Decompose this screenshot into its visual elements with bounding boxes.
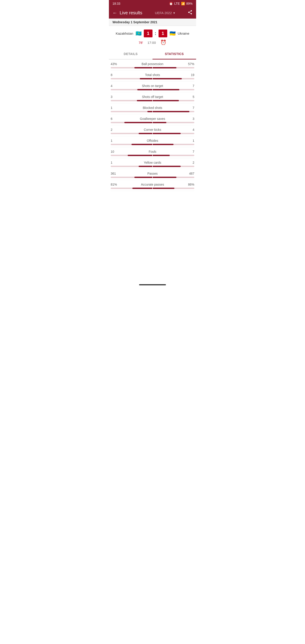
live-match-time: 78' [139, 41, 143, 44]
home-indicator-bar [139, 284, 166, 285]
stat-label: Accurate passes [122, 183, 183, 186]
away-team-name: Ukraine [178, 32, 190, 35]
stat-row: 4 Shots on target 7 [111, 82, 194, 92]
alarm-status-icon: ⏰ [169, 2, 173, 5]
bar-right-container [153, 100, 194, 101]
bar-right-fill [153, 67, 176, 68]
bar-left-fill [140, 78, 152, 80]
stat-right-value: 7 [183, 150, 194, 154]
tab-statistics[interactable]: STATISTICS [152, 49, 196, 60]
stat-right-value: 86% [183, 183, 194, 186]
bar-right-container [153, 78, 194, 80]
stat-right-value: 19 [183, 73, 194, 77]
bar-left-fill [132, 188, 152, 189]
alarm-icon[interactable]: ⏰ [160, 40, 166, 46]
bar-right-container [153, 177, 194, 178]
stat-bars [111, 67, 194, 68]
bar-left-container [111, 78, 152, 80]
bar-left-container [111, 100, 152, 101]
stat-right-value: 4 [183, 128, 194, 132]
bar-right-fill [153, 122, 166, 123]
stat-label: Offsides [122, 139, 183, 142]
status-bar: 18:33 ⏰ LTE 📶 89% [109, 0, 196, 7]
bar-right-fill [153, 78, 182, 80]
share-button[interactable] [188, 10, 192, 16]
signal-icon: 📶 [181, 2, 185, 5]
back-button[interactable]: ← [112, 10, 118, 16]
bar-left-fill [128, 155, 152, 156]
bar-left-fill [124, 122, 152, 123]
stat-label: Fouls [122, 150, 183, 154]
stat-row: 8 Total shots 19 [111, 70, 194, 82]
stat-row: 361 Passes 487 [111, 169, 194, 180]
date-bar: Wednesday 1 September 2021 [109, 18, 196, 26]
stat-bars [111, 177, 194, 178]
bar-right-container [153, 155, 194, 156]
bar-right-fill [153, 111, 190, 112]
battery-indicator: 89% [186, 2, 192, 5]
stat-right-value: 7 [183, 84, 194, 88]
match-teams: Kazakhstan 🇰🇿 1 : 1 🇺🇦 Ukraine [112, 30, 192, 37]
stat-bars [111, 144, 194, 145]
stat-row: 1 Offsides 1 [111, 136, 194, 147]
bar-left-container [111, 144, 152, 145]
stat-label: Shots on target [122, 84, 183, 88]
stat-bars [111, 166, 194, 167]
bar-right-container [153, 133, 194, 134]
stat-left-value: 43% [111, 62, 122, 66]
bar-left-container [111, 122, 152, 123]
bar-right-fill [153, 155, 170, 156]
bar-right-fill [153, 100, 179, 101]
home-team-flag: 🇰🇿 [136, 31, 142, 36]
kickoff-time: 17:00 [148, 41, 156, 44]
bar-right-fill [153, 166, 181, 167]
competition-selector[interactable]: UEFA 2022 ▾ [155, 11, 175, 15]
stat-bars [111, 111, 194, 112]
bar-left-container [111, 155, 152, 156]
stat-left-value: 1 [111, 139, 122, 142]
bottom-space [109, 191, 196, 280]
bar-left-fill [137, 89, 152, 90]
stat-left-value: 4 [111, 84, 122, 88]
stat-left-value: 361 [111, 172, 122, 175]
stat-left-value: 8 [111, 73, 122, 77]
stat-label: Total shots [122, 73, 183, 77]
tab-details[interactable]: DETAILS [109, 49, 152, 59]
bar-left-fill [139, 166, 152, 167]
stat-row: 2 Corner kicks 4 [111, 125, 194, 136]
bar-right-container [153, 89, 194, 90]
tabs: DETAILS STATISTICS [109, 49, 196, 60]
bar-left-fill [134, 177, 152, 178]
bar-right-container [153, 188, 194, 189]
bar-left-container [111, 177, 152, 178]
bar-right-fill [153, 188, 174, 189]
bar-right-fill [153, 133, 181, 134]
bar-right-fill [153, 177, 176, 178]
home-indicator [109, 280, 196, 288]
stat-label: Blocked shots [122, 106, 183, 110]
match-time-row: 78' 17:00 ⏰ [112, 40, 192, 46]
bar-left-fill [132, 144, 152, 145]
stat-bars [111, 100, 194, 101]
stat-bars [111, 133, 194, 134]
stat-label: Ball possession [122, 62, 183, 66]
stat-row: 6 Goalkeeper saves 3 [111, 114, 194, 125]
bar-left-container [111, 67, 152, 68]
page-title: Live results [120, 10, 142, 16]
bar-left-container [111, 89, 152, 90]
away-team-flag: 🇺🇦 [170, 31, 176, 36]
stat-bars [111, 188, 194, 189]
stat-left-value: 6 [111, 117, 122, 120]
bar-right-container [153, 111, 194, 112]
stat-right-value: 5 [183, 95, 194, 98]
stat-right-value: 1 [183, 139, 194, 142]
stat-bars [111, 122, 194, 123]
app-header: ← Live results UEFA 2022 ▾ [109, 7, 196, 18]
bar-left-container [111, 188, 152, 189]
score-separator: : [155, 31, 156, 36]
stat-left-value: 3 [111, 95, 122, 98]
stat-row: 1 Yellow cards 2 [111, 158, 194, 169]
home-team-name: Kazakhstan [116, 32, 133, 35]
match-date: Wednesday 1 September 2021 [112, 20, 158, 24]
chevron-down-icon: ▾ [173, 11, 175, 15]
